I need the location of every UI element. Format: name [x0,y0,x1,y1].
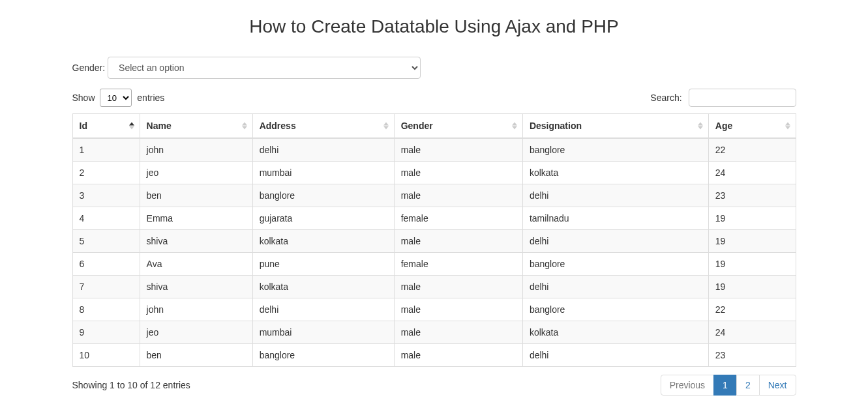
table-cell: shiva [140,276,252,298]
gender-select[interactable]: Select an option [108,57,421,79]
table-cell: banglore [522,138,708,162]
pagination: Previous12Next [661,375,796,396]
table-cell: 19 [708,276,796,298]
column-header-name[interactable]: Name [140,114,252,139]
column-header-designation[interactable]: Designation [522,114,708,139]
entries-label: entries [137,93,164,103]
table-cell: Emma [140,207,252,230]
table-cell: 2 [72,162,140,184]
sort-icon [242,123,247,130]
column-header-address[interactable]: Address [252,114,394,139]
table-cell: 4 [72,207,140,230]
table-cell: john [140,298,252,321]
table-cell: shiva [140,230,252,253]
table-cell: male [394,321,522,344]
table-row: 10benbangloremaledelhi23 [72,344,796,367]
table-cell: banglore [522,253,708,276]
pagination-previous[interactable]: Previous [661,375,714,396]
table-cell: male [394,162,522,184]
sort-icon [785,123,790,130]
table-cell: male [394,230,522,253]
table-cell: delhi [522,344,708,367]
table-cell: 8 [72,298,140,321]
table-cell: male [394,344,522,367]
pagination-page-1[interactable]: 1 [713,375,737,396]
table-cell: banglore [522,298,708,321]
data-table: IdNameAddressGenderDesignationAge 1johnd… [72,113,796,367]
table-cell: 3 [72,184,140,207]
table-row: 3benbangloremaledelhi23 [72,184,796,207]
length-control: Show 10 entries [72,89,165,107]
column-label: Id [80,121,87,131]
table-cell: 23 [708,344,796,367]
table-cell: 22 [708,138,796,162]
table-row: 8johndelhimalebanglore22 [72,298,796,321]
search-input[interactable] [689,89,796,107]
sort-icon [129,123,134,130]
table-cell: gujarata [252,207,394,230]
table-row: 4Emmagujaratafemaletamilnadu19 [72,207,796,230]
table-cell: 19 [708,253,796,276]
search-label: Search: [650,93,681,103]
table-cell: male [394,184,522,207]
table-cell: female [394,253,522,276]
table-cell: 22 [708,298,796,321]
gender-label: Gender: [72,63,106,73]
table-cell: mumbai [252,162,394,184]
table-cell: mumbai [252,321,394,344]
entries-select[interactable]: 10 [100,89,132,107]
table-info: Showing 1 to 10 of 12 entries [72,380,190,390]
sort-icon [512,123,517,130]
pagination-page-2[interactable]: 2 [736,375,760,396]
table-row: 2jeomumbaimalekolkata24 [72,162,796,184]
table-cell: male [394,138,522,162]
table-cell: jeo [140,321,252,344]
column-header-gender[interactable]: Gender [394,114,522,139]
table-cell: kolkata [522,162,708,184]
table-cell: ben [140,344,252,367]
table-cell: 24 [708,321,796,344]
table-cell: tamilnadu [522,207,708,230]
table-cell: delhi [522,276,708,298]
table-cell: banglore [252,344,394,367]
gender-filter-row: Gender: Select an option [72,57,796,79]
table-row: 1johndelhimalebanglore22 [72,138,796,162]
table-cell: 7 [72,276,140,298]
table-cell: delhi [252,298,394,321]
column-header-id[interactable]: Id [72,114,140,139]
table-cell: female [394,207,522,230]
table-cell: 24 [708,162,796,184]
table-cell: Ava [140,253,252,276]
table-cell: 1 [72,138,140,162]
show-label: Show [72,93,95,103]
table-cell: 9 [72,321,140,344]
pagination-next[interactable]: Next [759,375,796,396]
table-cell: john [140,138,252,162]
table-cell: 23 [708,184,796,207]
table-cell: kolkata [252,230,394,253]
column-label: Address [260,121,296,131]
table-row: 9jeomumbaimalekolkata24 [72,321,796,344]
table-cell: 5 [72,230,140,253]
table-cell: kolkata [522,321,708,344]
sort-icon [383,123,389,130]
column-header-age[interactable]: Age [708,114,796,139]
table-row: 5shivakolkatamaledelhi19 [72,230,796,253]
table-cell: pune [252,253,394,276]
table-cell: 6 [72,253,140,276]
table-row: 7shivakolkatamaledelhi19 [72,276,796,298]
table-row: 6Avapunefemalebanglore19 [72,253,796,276]
table-cell: delhi [252,138,394,162]
table-cell: jeo [140,162,252,184]
table-cell: delhi [522,230,708,253]
table-cell: banglore [252,184,394,207]
column-label: Name [147,121,172,131]
table-cell: 19 [708,207,796,230]
table-cell: male [394,276,522,298]
column-label: Age [715,121,732,131]
table-cell: delhi [522,184,708,207]
table-cell: male [394,298,522,321]
table-cell: ben [140,184,252,207]
page-title: How to Create Datatable Using Ajax and P… [72,16,796,37]
table-cell: 19 [708,230,796,253]
